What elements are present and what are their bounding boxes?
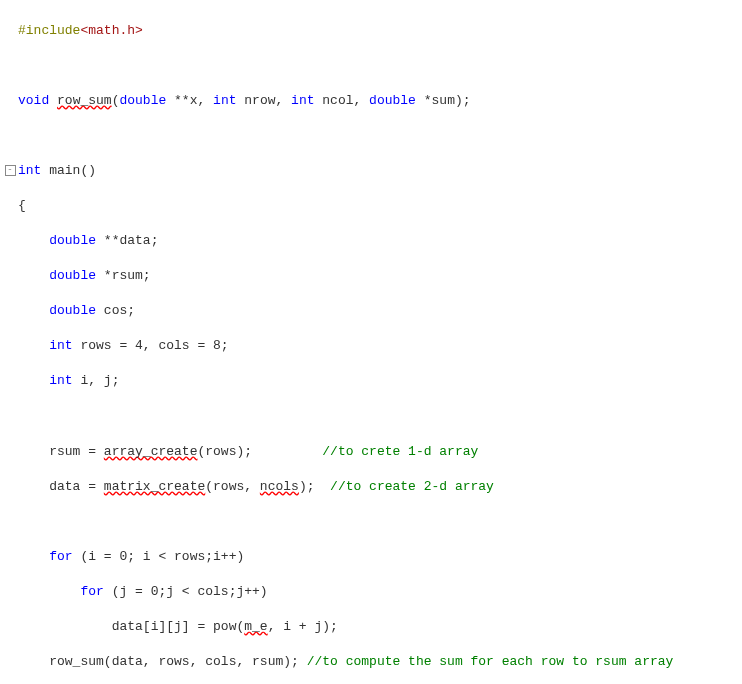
include-file: <math.h>: [80, 23, 142, 38]
comment: //to crete 1-d array: [322, 444, 478, 459]
code-editor: #include<math.h> void row_sum(double **x…: [0, 0, 742, 684]
call-matrix-create: matrix_create: [104, 479, 205, 494]
fold-toggle[interactable]: -: [5, 165, 16, 176]
comment: //to create 2-d array: [330, 479, 494, 494]
preproc: #include: [18, 23, 80, 38]
call-array-create: array_create: [104, 444, 198, 459]
comment: //to compute the sum for each row to rsu…: [307, 654, 674, 669]
func-row-sum: row_sum: [57, 93, 112, 108]
